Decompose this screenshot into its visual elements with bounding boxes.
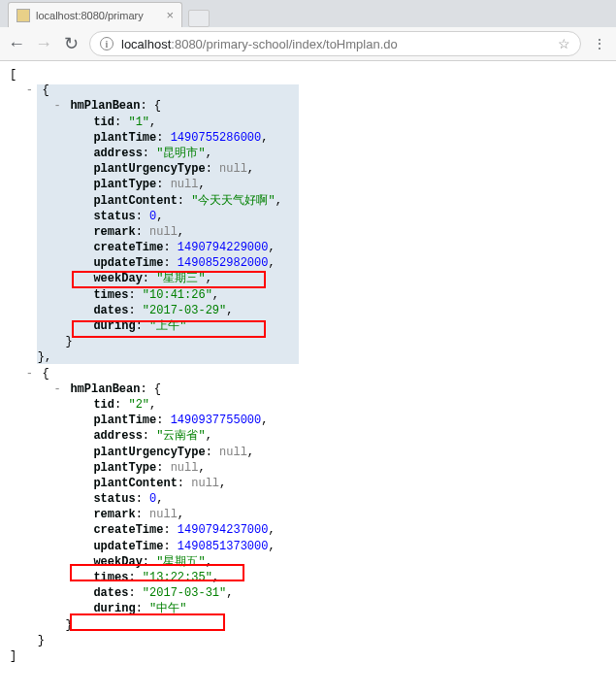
reload-button[interactable]: ↻ (62, 35, 80, 52)
tab-title: localhost:8080/primary (36, 10, 162, 21)
collapse-toggle[interactable]: - (23, 83, 35, 98)
menu-button[interactable]: ⋮ (591, 36, 608, 51)
site-info-icon[interactable]: i (100, 37, 113, 50)
json-tree[interactable]: [ - { - hmPlanBean: { tid: "1", plantTim… (10, 67, 606, 664)
forward-button[interactable]: → (35, 35, 52, 52)
url-bar[interactable]: i localhost:8080/primary-school/index/to… (89, 31, 581, 56)
browser-chrome: localhost:8080/primary × ← → ↻ i localho… (0, 0, 616, 61)
tab-bar: localhost:8080/primary × (0, 0, 616, 27)
url-text: localhost:8080/primary-school/index/toHm… (121, 37, 398, 51)
favicon-icon (16, 9, 30, 22)
back-button[interactable]: ← (8, 35, 25, 52)
browser-tab[interactable]: localhost:8080/primary × (8, 2, 182, 27)
collapse-toggle[interactable]: - (51, 381, 63, 397)
new-tab-button[interactable] (188, 10, 210, 27)
collapse-toggle[interactable]: - (51, 98, 63, 114)
close-icon[interactable]: × (166, 8, 174, 22)
bookmark-icon[interactable]: ☆ (558, 36, 570, 51)
page-viewport: [ - { - hmPlanBean: { tid: "1", plantTim… (0, 61, 616, 674)
nav-bar: ← → ↻ i localhost:8080/primary-school/in… (0, 27, 616, 60)
collapse-toggle[interactable]: - (23, 366, 35, 381)
json-content: [ - { - hmPlanBean: { tid: "1", plantTim… (10, 67, 606, 664)
